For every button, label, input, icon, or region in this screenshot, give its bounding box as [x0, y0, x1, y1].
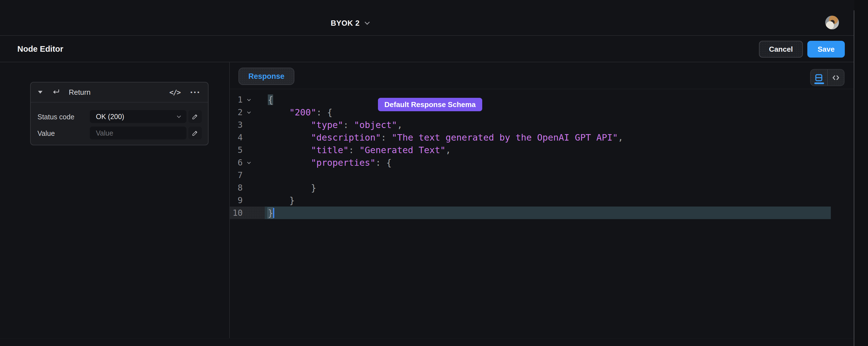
line-number: 5 [229, 145, 243, 155]
code-line[interactable]: 5 "title": "Generated Text", [229, 144, 854, 156]
editor-top-divider [229, 89, 854, 89]
status-code-value: OK (200) [96, 113, 178, 121]
code-line[interactable]: 6 "properties": { [229, 156, 854, 169]
app-root: BYOK 2 Node Editor Cancel Save Return </… [0, 0, 868, 346]
topbar-divider [0, 35, 868, 36]
line-number: 2 [229, 107, 243, 117]
node-code-view-icon[interactable]: </> [169, 88, 180, 96]
code-line[interactable]: 1{ [229, 93, 854, 106]
workflow-name: BYOK 2 [331, 19, 360, 28]
line-number: 9 [229, 195, 243, 205]
return-node-card: Return </> ••• Status code OK (200) Valu… [30, 82, 209, 145]
active-tab-indicator [814, 83, 824, 84]
header-divider [0, 62, 868, 62]
user-avatar[interactable] [825, 15, 839, 29]
code-line[interactable]: 9 } [229, 194, 854, 207]
more-options-icon[interactable]: ••• [190, 89, 201, 96]
value-input[interactable] [90, 127, 186, 139]
view-mode-toggle [810, 69, 844, 86]
edit-value-button[interactable] [188, 127, 202, 139]
node-title: Return [69, 88, 91, 97]
code-text: } [268, 183, 316, 193]
code-text: "title": "Generated Text", [268, 145, 451, 155]
cancel-button[interactable]: Cancel [759, 41, 803, 58]
line-number: 7 [229, 170, 243, 180]
chevron-down-icon [177, 114, 181, 118]
fold-chevron-icon[interactable] [243, 111, 255, 113]
line-number: 10 [229, 208, 243, 218]
line-number: 1 [229, 95, 243, 104]
pencil-icon [191, 113, 199, 120]
return-arrow-icon [52, 88, 60, 96]
code-view-toggle[interactable] [827, 70, 844, 86]
content-bottom-divider [0, 338, 868, 339]
right-edge-strip [854, 0, 868, 346]
code-text: "type": "object", [268, 120, 403, 130]
collapse-chevron-icon[interactable] [38, 91, 42, 94]
code-text: "description": "The text generated by th… [268, 132, 623, 143]
code-text: "properties": { [268, 157, 392, 168]
chevron-down-icon [365, 20, 370, 25]
code-line[interactable]: 7 [229, 169, 854, 181]
status-code-label: Status code [37, 113, 74, 121]
form-view-toggle[interactable] [811, 70, 827, 86]
fold-chevron-icon[interactable] [243, 161, 255, 163]
form-view-icon [814, 73, 824, 82]
line-number: 4 [229, 132, 243, 142]
code-line[interactable]: 10} [229, 207, 854, 219]
line-number: 6 [229, 158, 243, 167]
code-line[interactable]: 2 "200": { [229, 106, 854, 119]
text-cursor [273, 208, 274, 218]
line-number: 3 [229, 120, 243, 130]
node-card-header: Return </> ••• [31, 83, 208, 102]
page-title: Node Editor [17, 44, 63, 54]
active-line-highlight [265, 207, 831, 219]
workflow-switcher[interactable]: BYOK 2 [331, 17, 369, 30]
code-line[interactable]: 8 } [229, 181, 854, 194]
code-editor[interactable]: 1{2 "200": {3 "type": "object",4 "descri… [229, 93, 854, 219]
code-line[interactable]: 4 "description": "The text generated by … [229, 131, 854, 144]
value-label: Value [37, 129, 55, 137]
code-view-icon [831, 73, 841, 82]
code-text: "200": { [268, 107, 332, 118]
code-line[interactable]: 3 "type": "object", [229, 119, 854, 131]
tab-response[interactable]: Response [239, 68, 294, 85]
edit-status-code-button[interactable] [188, 110, 202, 123]
save-button[interactable]: Save [807, 41, 845, 58]
code-text: } [268, 195, 294, 206]
code-text: } [268, 208, 274, 218]
schema-badge: Default Response Schema [378, 98, 482, 111]
line-number: 8 [229, 183, 243, 193]
code-text: { [268, 94, 273, 105]
status-code-select[interactable]: OK (200) [90, 110, 186, 123]
window-right-border [854, 10, 854, 346]
pencil-icon [191, 129, 199, 137]
fold-chevron-icon[interactable] [243, 99, 255, 101]
